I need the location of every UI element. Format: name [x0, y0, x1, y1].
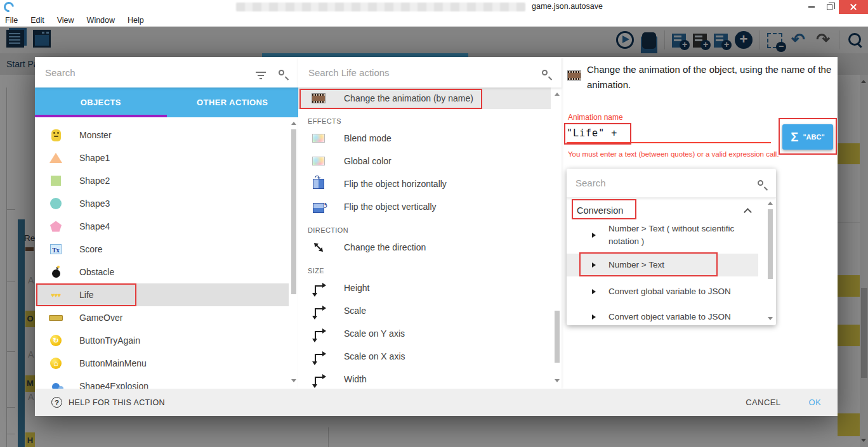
menu-view[interactable]: View — [57, 16, 74, 25]
resize-icon — [315, 377, 323, 385]
list-item-buttontryagain[interactable]: ButtonTryAgain — [35, 329, 289, 352]
chevron-up-icon[interactable] — [744, 208, 752, 216]
tab-objects[interactable]: OBJECTS — [35, 87, 167, 117]
bomb-icon — [52, 269, 60, 278]
caret-right-icon — [592, 314, 596, 320]
resize-icon — [315, 308, 323, 316]
section-header-size: SIZE — [298, 259, 562, 276]
actions-list: Change the animation (by name) EFFECTS B… — [298, 87, 562, 389]
scroll-up-icon[interactable] — [291, 122, 296, 125]
hearts-icon — [51, 292, 61, 299]
actions-search-input[interactable] — [308, 67, 542, 78]
objects-list: Monster Shape1 Shape2 Shape3 Shape4 Scor… — [35, 117, 298, 389]
menu-edit[interactable]: Edit — [30, 16, 44, 25]
rainbow-icon — [312, 134, 325, 143]
action-height[interactable]: Height — [298, 276, 551, 299]
sigma-icon: Σ — [791, 130, 798, 145]
close-icon — [850, 3, 857, 11]
list-item-shape2[interactable]: Shape2 — [35, 169, 289, 192]
diagonal-arrow-icon — [313, 242, 324, 252]
resize-icon — [315, 331, 323, 339]
list-item-shape3[interactable]: Shape3 — [35, 192, 289, 215]
scroll-up-icon[interactable] — [555, 93, 560, 96]
action-width[interactable]: Width — [298, 368, 551, 389]
help-link[interactable]: HELP FOR THIS ACTION — [69, 398, 165, 407]
actions-panel: Change the animation (by name) EFFECTS B… — [298, 57, 562, 389]
scroll-down-icon[interactable] — [555, 379, 560, 382]
menu-file[interactable]: File — [5, 16, 18, 25]
search-icon — [542, 70, 548, 75]
filter-icon[interactable] — [256, 72, 266, 73]
scroll-down-icon[interactable] — [768, 317, 773, 320]
action-change-direction[interactable]: Change the direction — [298, 236, 551, 259]
action-editor-dialog: OBJECTS OTHER ACTIONS Monster Shape1 Sha… — [35, 57, 838, 416]
action-flip-horizontally[interactable]: Flip the object horizontally — [298, 172, 551, 195]
group-conversion[interactable]: Conversion — [577, 205, 623, 216]
redacted-title-text — [236, 3, 525, 11]
monster-icon — [51, 129, 61, 141]
film-icon — [568, 71, 581, 80]
list-item-shape4[interactable]: Shape4 — [35, 215, 289, 238]
triangle-icon — [49, 153, 62, 163]
tab-other-actions[interactable]: OTHER ACTIONS — [167, 87, 299, 117]
objects-search-row — [35, 57, 298, 87]
title-bar: game.json.autosave — [0, 0, 868, 14]
list-item-obstacle[interactable]: Obstacle — [35, 261, 289, 283]
dropdown-item-object-json[interactable]: Convert object variable to JSON — [567, 306, 758, 325]
search-icon — [758, 180, 763, 186]
animation-name-input[interactable] — [567, 124, 771, 143]
explosion-icon — [52, 383, 60, 389]
menu-window[interactable]: Window — [87, 16, 115, 25]
list-item-score[interactable]: Score — [35, 238, 289, 261]
field-label: Animation name — [568, 113, 623, 122]
flip-vertical-icon — [313, 203, 324, 213]
list-item-shape1[interactable]: Shape1 — [35, 146, 289, 169]
scrollbar-thumb[interactable] — [555, 311, 560, 363]
dropdown-item-global-json[interactable]: Convert global variable to JSON — [567, 280, 758, 303]
dropdown-search-input[interactable] — [575, 178, 758, 188]
scrollbar-thumb[interactable] — [768, 209, 773, 279]
resize-icon — [315, 285, 323, 294]
circle-icon — [50, 198, 62, 209]
text-object-icon — [50, 244, 62, 254]
menu-help[interactable]: Help — [128, 16, 144, 25]
expression-editor-button[interactable]: Σ "ABC" — [782, 124, 833, 150]
action-scale-y[interactable]: Scale on Y axis — [298, 322, 551, 345]
action-flip-vertically[interactable]: Flip the object vertically — [298, 195, 551, 218]
home-button-icon — [50, 358, 62, 369]
flip-horizontal-icon — [313, 179, 324, 189]
scroll-up-icon[interactable] — [768, 202, 773, 205]
list-item-life[interactable]: Life — [35, 283, 289, 306]
caret-right-icon — [592, 262, 596, 268]
dropdown-item-number-text-nosci[interactable]: Number > Text ( without scientific notat… — [567, 219, 758, 251]
parameters-panel: Change the animation of the object, usin… — [562, 57, 838, 389]
scrollbar-thumb[interactable] — [291, 129, 296, 294]
action-scale-x[interactable]: Scale on X axis — [298, 345, 551, 368]
square-icon — [51, 176, 61, 186]
pentagon-icon — [50, 221, 62, 232]
action-blend-mode[interactable]: Blend mode — [298, 127, 551, 150]
action-global-color[interactable]: Global color — [298, 150, 551, 172]
minimize-icon — [808, 6, 815, 8]
objects-search-input[interactable] — [45, 67, 253, 78]
action-scale[interactable]: Scale — [298, 299, 551, 322]
dropdown-item-number-text[interactable]: Number > Text — [567, 254, 758, 276]
action-change-animation[interactable]: Change the animation (by name) — [298, 87, 551, 109]
scroll-down-icon[interactable] — [291, 379, 296, 382]
caret-right-icon — [592, 233, 596, 238]
list-item-shape4explosion[interactable]: Shape4Explosion — [35, 375, 289, 389]
close-button[interactable] — [839, 0, 868, 14]
restore-button[interactable] — [821, 0, 838, 14]
film-icon — [312, 94, 325, 103]
objects-panel: OBJECTS OTHER ACTIONS Monster Shape1 Sha… — [35, 57, 298, 389]
actions-search-row — [298, 57, 562, 87]
help-icon: ? — [51, 397, 62, 408]
retry-button-icon — [50, 335, 62, 346]
restore-icon — [827, 4, 832, 10]
list-item-buttonmainmenu[interactable]: ButtonMainMenu — [35, 352, 289, 375]
cancel-button[interactable]: CANCEL — [746, 398, 780, 407]
minimize-button[interactable] — [803, 0, 820, 14]
ok-button[interactable]: OK — [808, 398, 821, 407]
list-item-monster[interactable]: Monster — [35, 124, 289, 146]
list-item-gameover[interactable]: GameOver — [35, 306, 289, 329]
